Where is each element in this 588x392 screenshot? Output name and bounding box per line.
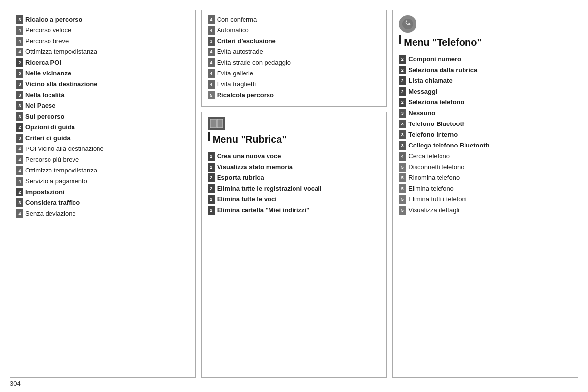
badge: 4 xyxy=(16,48,23,56)
badge: 2 xyxy=(208,173,215,182)
badge: 3 xyxy=(399,141,406,150)
list-item: 4Servizio a pagamento xyxy=(16,177,189,186)
panel-route-criteria: 4Con conferma4Automatico3Criteri d'esclu… xyxy=(201,10,387,107)
telefono-title-bar xyxy=(399,35,401,44)
item-label: Ottimizza tempo/distanza xyxy=(25,48,97,56)
badge: 2 xyxy=(16,188,23,196)
item-label: Elimina cartella "Miei indirizzi" xyxy=(217,206,310,215)
item-label: Nella località xyxy=(25,91,64,99)
item-label: Rinomina telefono xyxy=(408,173,460,182)
list-item: 3Vicino alla destinazione xyxy=(16,80,189,89)
item-label: Messaggi xyxy=(408,87,437,96)
list-item: 2Visualizza stato memoria xyxy=(208,163,381,172)
badge: 4 xyxy=(208,15,215,24)
telefono-title: Menu "Telefono" xyxy=(404,37,482,48)
badge: 3 xyxy=(208,37,215,46)
item-label: Vicino alla destinazione xyxy=(25,80,97,89)
col3-items: 2Componi numero2Seleziona dalla rubrica2… xyxy=(399,55,572,215)
badge: 4 xyxy=(16,166,23,175)
badge: 3 xyxy=(16,69,23,78)
item-label: Componi numero xyxy=(408,55,461,64)
list-item: 5Disconnetti telefono xyxy=(399,163,572,172)
badge: 3 xyxy=(16,112,23,121)
col1-items: 3Ricalcola percorso4Percorso veloce4Perc… xyxy=(16,15,189,218)
list-item: 2Crea una nuova voce xyxy=(208,152,381,161)
badge: 2 xyxy=(208,152,215,161)
item-label: Evita autostrade xyxy=(217,48,263,56)
badge: 2 xyxy=(208,163,215,172)
list-item: 3Telefono interno xyxy=(399,130,572,139)
list-item: 5Visualizza dettagli xyxy=(399,206,572,215)
badge: 3 xyxy=(16,134,23,143)
list-item: 3Nel Paese xyxy=(16,101,189,110)
list-item: 4Cerca telefono xyxy=(399,152,572,161)
list-item: 3Telefono Bluetooth xyxy=(399,120,572,128)
badge: 2 xyxy=(208,184,215,193)
item-label: Visualizza stato memoria xyxy=(217,163,293,172)
list-item: 3Collega telefono Bluetooth xyxy=(399,141,572,150)
badge: 5 xyxy=(399,195,406,204)
badge: 3 xyxy=(399,120,406,128)
badge: 2 xyxy=(208,195,215,204)
item-label: Nel Paese xyxy=(25,101,55,110)
badge: 4 xyxy=(16,26,23,35)
badge: 4 xyxy=(208,48,215,56)
item-label: Criteri di guida xyxy=(25,134,71,143)
list-item: 2Ricerca POI xyxy=(16,58,189,67)
item-label: Sul percorso xyxy=(25,112,64,121)
list-item: 3Criteri di guida xyxy=(16,134,189,143)
badge: 4 xyxy=(16,145,23,153)
badge: 4 xyxy=(16,177,23,186)
badge: 3 xyxy=(16,101,23,110)
list-item: 4Evita gallerie xyxy=(208,69,381,78)
list-item: 4Percorso più breve xyxy=(16,155,189,164)
list-item: 2Messaggi xyxy=(399,87,572,96)
list-item: 2Seleziona dalla rubrica xyxy=(399,66,572,74)
item-label: Impostazioni xyxy=(25,188,64,196)
badge: 5 xyxy=(399,173,406,182)
badge: 4 xyxy=(399,152,406,161)
item-label: Ottimizza tempo/distanza xyxy=(25,166,97,175)
list-item: 3Nelle vicinanze xyxy=(16,69,189,78)
telefono-title-row: Menu "Telefono" xyxy=(399,35,572,53)
column-3: Menu "Telefono" 2Componi numero2Selezion… xyxy=(392,10,578,378)
svg-rect-1 xyxy=(217,119,223,128)
list-item: 2Componi numero xyxy=(399,55,572,64)
item-label: Elimina tutte le voci xyxy=(217,195,277,204)
item-label: Senza deviazione xyxy=(25,209,76,218)
item-label: Opzioni di guida xyxy=(25,123,75,132)
badge: 4 xyxy=(208,69,215,78)
item-label: Servizio a pagamento xyxy=(25,177,87,186)
item-label: Lista chiamate xyxy=(408,76,452,85)
badge: 2 xyxy=(399,66,406,74)
item-label: Con conferma xyxy=(217,15,257,24)
item-label: Esporta rubrica xyxy=(217,173,264,182)
list-item: 2Elimina tutte le registrazioni vocali xyxy=(208,184,381,193)
badge: 5 xyxy=(399,163,406,172)
rubrica-title-row: Menu "Rubrica" xyxy=(208,132,381,150)
badge: 3 xyxy=(399,109,406,118)
badge: 3 xyxy=(16,80,23,89)
col2-bottom-items: 2Crea una nuova voce2Visualizza stato me… xyxy=(208,152,381,215)
badge: 3 xyxy=(16,91,23,99)
badge: 4 xyxy=(16,37,23,46)
svg-rect-0 xyxy=(210,119,216,128)
badge: 5 xyxy=(208,91,215,99)
list-item: 4Percorso breve xyxy=(16,37,189,46)
rubrica-title: Menu "Rubrica" xyxy=(213,134,287,145)
badge: 3 xyxy=(399,130,406,139)
badge: 2 xyxy=(399,98,406,107)
item-label: Criteri d'esclusione xyxy=(217,37,276,46)
list-item: 2Esporta rubrica xyxy=(208,173,381,182)
badge: 4 xyxy=(208,80,215,89)
item-label: Crea una nuova voce xyxy=(217,152,281,161)
badge: 5 xyxy=(399,206,406,215)
item-label: Ricerca POI xyxy=(25,58,61,67)
col2-top-items: 4Con conferma4Automatico3Criteri d'esclu… xyxy=(208,15,381,99)
list-item: 4Automatico xyxy=(208,26,381,35)
list-item: 2Elimina cartella "Miei indirizzi" xyxy=(208,206,381,215)
item-label: Percorso veloce xyxy=(25,26,71,35)
item-label: Telefono interno xyxy=(408,130,458,139)
list-item: 2Lista chiamate xyxy=(399,76,572,85)
badge: 4 xyxy=(16,209,23,218)
